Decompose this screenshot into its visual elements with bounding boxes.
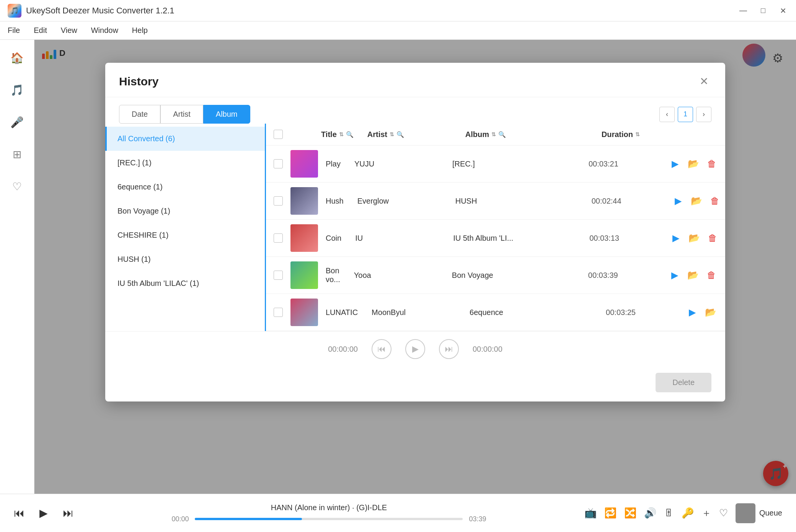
row-2-delete-button[interactable]: 🗑 bbox=[708, 194, 722, 208]
list-item-rec[interactable]: [REC.] (1) bbox=[105, 151, 265, 175]
row-1-checkbox[interactable] bbox=[274, 159, 283, 168]
repeat-icon[interactable]: 🔁 bbox=[604, 507, 617, 519]
row-5-play-button[interactable]: ▶ bbox=[685, 305, 699, 319]
list-item-bon-voyage[interactable]: Bon Voyage (1) bbox=[105, 199, 265, 223]
shuffle-icon[interactable]: 🔀 bbox=[624, 507, 636, 519]
row-2-play-button[interactable]: ▶ bbox=[671, 194, 685, 208]
row-5-duration: 00:03:25 bbox=[606, 308, 675, 317]
row-checkbox-cell bbox=[274, 233, 290, 243]
sidebar-grid-icon[interactable]: ⊞ bbox=[7, 144, 28, 165]
row-5-checkbox[interactable] bbox=[274, 308, 283, 317]
row-3-play-button[interactable]: ▶ bbox=[669, 231, 683, 245]
modal-player-total-time: 00:00:00 bbox=[473, 345, 502, 354]
header-artist: Artist ⇅ 🔍 bbox=[367, 130, 452, 139]
row-5-delete-button[interactable]: 🗑 bbox=[722, 305, 725, 319]
equalizer-icon[interactable]: 🎚 bbox=[664, 507, 674, 519]
queue-label: Queue bbox=[759, 509, 782, 517]
app-icon: 🎵 bbox=[8, 4, 21, 18]
tab-artist[interactable]: Artist bbox=[160, 105, 203, 124]
row-2-folder-button[interactable]: 📂 bbox=[690, 194, 703, 208]
page-next-button[interactable]: › bbox=[696, 107, 711, 122]
airplay-icon[interactable]: 📺 bbox=[584, 507, 597, 519]
player-next-button[interactable]: ⏭ bbox=[63, 507, 73, 519]
player-prev-button[interactable]: ⏮ bbox=[14, 507, 24, 519]
header-checkbox-cell bbox=[274, 130, 290, 139]
header-title: Title ⇅ 🔍 bbox=[321, 130, 354, 139]
row-1-play-button[interactable]: ▶ bbox=[668, 157, 682, 171]
page-1-button[interactable]: 1 bbox=[678, 107, 693, 122]
list-item-iu5th[interactable]: IU 5th Album 'LILAC' (1) bbox=[105, 271, 265, 295]
modal-player: 00:00:00 ⏮ ▶ ⏭ 00:00:00 bbox=[105, 331, 725, 367]
main-content: 🏠 🎵 🎤 ⊞ ♡ D ⚙ bbox=[0, 40, 796, 494]
delete-button[interactable]: Delete bbox=[656, 373, 711, 392]
row-1-duration: 00:03:21 bbox=[589, 160, 657, 168]
table-header: Title ⇅ 🔍 Artist ⇅ 🔍 bbox=[266, 124, 725, 145]
list-item-6equence[interactable]: 6equence (1) bbox=[105, 175, 265, 199]
row-3-folder-button[interactable]: 📂 bbox=[687, 231, 701, 245]
row-4-play-button[interactable]: ▶ bbox=[668, 268, 682, 282]
close-button[interactable]: ✕ bbox=[778, 5, 788, 16]
sidebar-favorites-icon[interactable]: ♡ bbox=[7, 176, 28, 197]
player-play-button[interactable]: ▶ bbox=[34, 503, 54, 523]
row-2-artist: Everglow bbox=[357, 197, 442, 206]
artist-sort-icon[interactable]: ⇅ bbox=[390, 131, 394, 137]
modal-player-play-button[interactable]: ▶ bbox=[405, 339, 425, 359]
duration-sort-icon[interactable]: ⇅ bbox=[635, 131, 640, 137]
row-checkbox-cell bbox=[274, 159, 290, 168]
list-item-cheshire[interactable]: CHESHIRE (1) bbox=[105, 223, 265, 247]
row-1-thumbnail bbox=[290, 150, 318, 178]
modal-header: History ✕ bbox=[105, 63, 725, 97]
modal-player-prev-button[interactable]: ⏮ bbox=[372, 339, 391, 359]
menu-help[interactable]: Help bbox=[132, 26, 148, 35]
row-4-delete-button[interactable]: 🗑 bbox=[705, 268, 718, 282]
row-4-artist: Yooa bbox=[354, 271, 438, 280]
page-prev-button[interactable]: ‹ bbox=[659, 107, 675, 122]
row-1-folder-button[interactable]: 📂 bbox=[687, 157, 700, 171]
heart-icon[interactable]: ♡ bbox=[719, 507, 728, 519]
artist-search-icon[interactable]: 🔍 bbox=[396, 131, 404, 138]
menu-file[interactable]: File bbox=[8, 26, 20, 35]
tab-album[interactable]: Album bbox=[203, 105, 250, 124]
table-row: Hush Everglow HUSH 00:02:44 ▶ bbox=[266, 183, 725, 220]
row-4-actions: ▶ 📂 🗑 bbox=[657, 268, 718, 282]
row-4-checkbox[interactable] bbox=[274, 271, 283, 280]
menu-window[interactable]: Window bbox=[91, 26, 118, 35]
minimize-button[interactable]: — bbox=[738, 5, 749, 16]
modal-close-button[interactable]: ✕ bbox=[696, 73, 711, 89]
history-modal: History ✕ Date Artist Album ‹ 1 bbox=[105, 63, 725, 401]
select-all-checkbox[interactable] bbox=[274, 130, 283, 139]
player-bar: ⏮ ▶ ⏭ HANN (Alone in winter) · (G)I-DLE … bbox=[0, 494, 796, 532]
player-progress-row: 00:00 03:39 bbox=[83, 515, 575, 523]
sidebar-home-icon[interactable]: 🏠 bbox=[7, 47, 28, 68]
row-4-folder-button[interactable]: 📂 bbox=[686, 268, 700, 282]
album-search-icon[interactable]: 🔍 bbox=[498, 131, 506, 138]
row-2-checkbox[interactable] bbox=[274, 196, 283, 206]
sidebar-mic-icon[interactable]: 🎤 bbox=[7, 112, 28, 132]
tab-date[interactable]: Date bbox=[119, 105, 160, 124]
menu-view[interactable]: View bbox=[61, 26, 77, 35]
row-3-checkbox[interactable] bbox=[274, 233, 283, 243]
player-current-time: 00:00 bbox=[171, 515, 189, 523]
list-item-hush[interactable]: HUSH (1) bbox=[105, 247, 265, 271]
row-1-delete-button[interactable]: 🗑 bbox=[705, 157, 719, 171]
row-checkbox-cell bbox=[274, 308, 290, 317]
progress-bar[interactable] bbox=[195, 518, 463, 520]
menu-edit[interactable]: Edit bbox=[34, 26, 47, 35]
queue-button[interactable]: Queue bbox=[736, 503, 782, 523]
row-3-thumbnail bbox=[290, 224, 318, 252]
row-3-delete-button[interactable]: 🗑 bbox=[706, 231, 719, 245]
row-4-thumbnail bbox=[290, 261, 318, 289]
list-item-all-converted[interactable]: All Converted (6) bbox=[105, 127, 265, 151]
volume-icon[interactable]: 🔊 bbox=[644, 507, 656, 519]
add-icon[interactable]: ＋ bbox=[701, 506, 711, 520]
title-sort-icon[interactable]: ⇅ bbox=[339, 131, 344, 137]
row-5-folder-button[interactable]: 📂 bbox=[704, 305, 718, 319]
sidebar-music-icon[interactable]: 🎵 bbox=[7, 80, 28, 100]
row-4-duration: 00:03:39 bbox=[588, 271, 657, 280]
row-2-actions: ▶ 📂 🗑 bbox=[661, 194, 722, 208]
maximize-button[interactable]: □ bbox=[758, 5, 768, 16]
album-sort-icon[interactable]: ⇅ bbox=[491, 131, 496, 137]
modal-player-next-button[interactable]: ⏭ bbox=[439, 339, 459, 359]
title-search-icon[interactable]: 🔍 bbox=[346, 131, 354, 138]
lyrics-icon[interactable]: 🔑 bbox=[682, 507, 694, 519]
